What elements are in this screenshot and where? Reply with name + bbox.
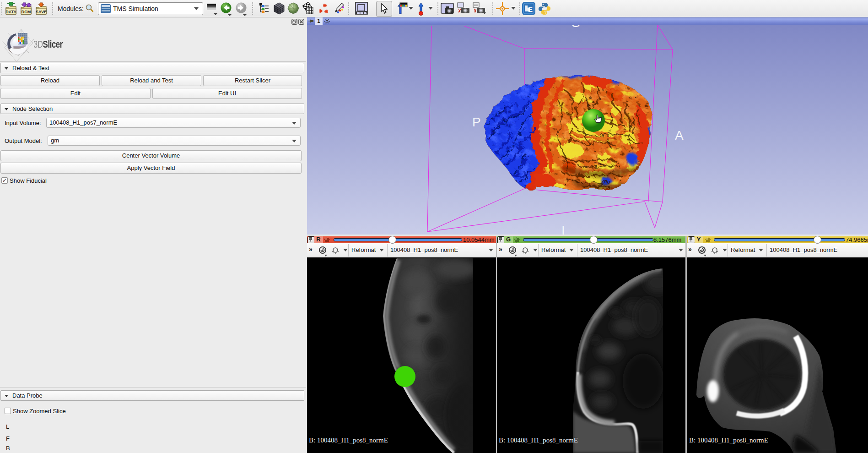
svg-text:DCM: DCM <box>22 10 31 14</box>
svg-text:P: P <box>472 115 481 129</box>
svg-text:DATA: DATA <box>5 10 16 14</box>
svg-text:B: 100408_H1_pos8_normE: B: 100408_H1_pos8_normE <box>499 437 578 444</box>
svg-text:SAVE: SAVE <box>36 10 47 14</box>
svg-text:A: A <box>675 128 684 142</box>
svg-text:S: S <box>571 25 580 30</box>
svg-text:I: I <box>561 223 565 235</box>
svg-text:E: E <box>528 5 533 13</box>
svg-text:B: 100408_H1_pos8_normE: B: 100408_H1_pos8_normE <box>689 437 768 444</box>
svg-text:B: 100408_H1_pos8_normE: B: 100408_H1_pos8_normE <box>309 437 388 444</box>
